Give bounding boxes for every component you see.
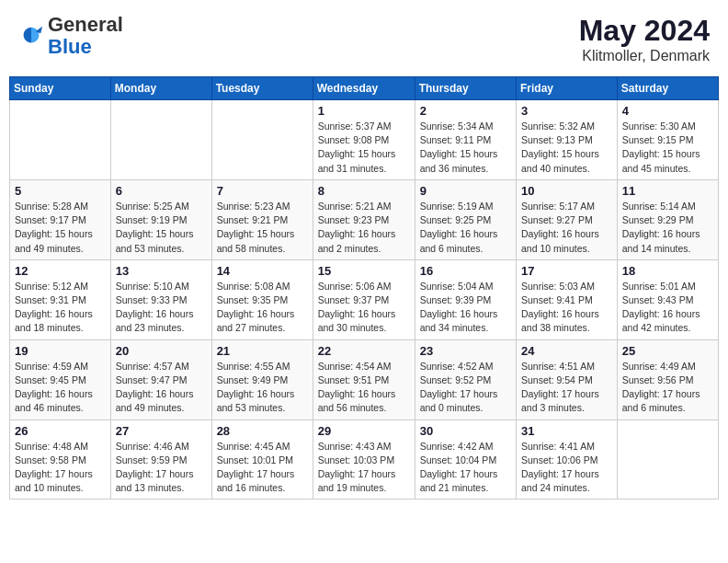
day-info: Sunrise: 5:34 AMSunset: 9:11 PMDaylight:… (420, 120, 511, 176)
day-number: 2 (420, 104, 511, 118)
calendar-table: SundayMondayTuesdayWednesdayThursdayFrid… (9, 76, 719, 500)
calendar-cell: 24Sunrise: 4:51 AMSunset: 9:54 PMDayligh… (517, 339, 618, 419)
day-number: 8 (318, 184, 410, 198)
day-info: Sunrise: 4:46 AMSunset: 9:59 PMDaylight:… (116, 440, 207, 496)
calendar-cell: 16Sunrise: 5:04 AMSunset: 9:39 PMDayligh… (415, 259, 516, 339)
calendar-cell: 4Sunrise: 5:30 AMSunset: 9:15 PMDaylight… (617, 100, 718, 180)
calendar-cell: 14Sunrise: 5:08 AMSunset: 9:35 PMDayligh… (211, 259, 313, 339)
day-number: 15 (318, 264, 410, 278)
calendar-cell: 9Sunrise: 5:19 AMSunset: 9:25 PMDaylight… (415, 179, 516, 259)
day-number: 19 (15, 344, 106, 358)
day-number: 25 (622, 344, 713, 358)
logo: General Blue (18, 14, 123, 58)
calendar-cell (10, 100, 111, 180)
day-info: Sunrise: 4:52 AMSunset: 9:52 PMDaylight:… (420, 360, 511, 416)
day-info: Sunrise: 5:30 AMSunset: 9:15 PMDaylight:… (622, 120, 713, 176)
day-info: Sunrise: 5:17 AMSunset: 9:27 PMDaylight:… (521, 200, 612, 256)
day-info: Sunrise: 4:42 AMSunset: 10:04 PMDaylight… (420, 440, 511, 496)
day-number: 21 (217, 344, 308, 358)
day-info: Sunrise: 5:32 AMSunset: 9:13 PMDaylight:… (521, 120, 612, 176)
day-info: Sunrise: 5:03 AMSunset: 9:41 PMDaylight:… (521, 280, 612, 336)
weekday-header-saturday: Saturday (617, 77, 718, 100)
day-info: Sunrise: 4:41 AMSunset: 10:06 PMDaylight… (521, 440, 612, 496)
day-info: Sunrise: 5:25 AMSunset: 9:19 PMDaylight:… (116, 200, 207, 256)
day-number: 29 (318, 424, 410, 438)
calendar-cell: 15Sunrise: 5:06 AMSunset: 9:37 PMDayligh… (313, 259, 415, 339)
day-number: 30 (420, 424, 511, 438)
weekday-header-friday: Friday (517, 77, 618, 100)
day-info: Sunrise: 5:23 AMSunset: 9:21 PMDaylight:… (217, 200, 308, 256)
day-number: 31 (521, 424, 612, 438)
weekday-row: SundayMondayTuesdayWednesdayThursdayFrid… (10, 77, 719, 100)
day-number: 9 (420, 184, 511, 198)
calendar-cell: 7Sunrise: 5:23 AMSunset: 9:21 PMDaylight… (211, 179, 313, 259)
day-info: Sunrise: 4:57 AMSunset: 9:47 PMDaylight:… (116, 360, 207, 416)
calendar-cell: 21Sunrise: 4:55 AMSunset: 9:49 PMDayligh… (211, 339, 313, 419)
day-number: 28 (217, 424, 308, 438)
day-info: Sunrise: 5:06 AMSunset: 9:37 PMDaylight:… (318, 280, 410, 336)
day-info: Sunrise: 5:10 AMSunset: 9:33 PMDaylight:… (116, 280, 207, 336)
day-info: Sunrise: 4:49 AMSunset: 9:56 PMDaylight:… (622, 360, 713, 416)
calendar-cell (617, 419, 718, 500)
calendar-cell: 20Sunrise: 4:57 AMSunset: 9:47 PMDayligh… (110, 339, 211, 419)
calendar-cell: 19Sunrise: 4:59 AMSunset: 9:45 PMDayligh… (10, 339, 111, 419)
week-row-1: 1Sunrise: 5:37 AMSunset: 9:08 PMDaylight… (10, 100, 719, 180)
day-info: Sunrise: 5:14 AMSunset: 9:29 PMDaylight:… (622, 200, 713, 256)
day-number: 4 (622, 104, 713, 118)
day-number: 17 (521, 264, 612, 278)
day-info: Sunrise: 4:45 AMSunset: 10:01 PMDaylight… (217, 440, 308, 496)
weekday-header-sunday: Sunday (10, 77, 111, 100)
calendar-cell: 26Sunrise: 4:48 AMSunset: 9:58 PMDayligh… (10, 419, 111, 500)
calendar-cell: 3Sunrise: 5:32 AMSunset: 9:13 PMDaylight… (517, 100, 618, 180)
calendar-cell: 12Sunrise: 5:12 AMSunset: 9:31 PMDayligh… (10, 259, 111, 339)
weekday-header-wednesday: Wednesday (313, 77, 415, 100)
day-number: 12 (15, 264, 106, 278)
day-number: 16 (420, 264, 511, 278)
weekday-header-tuesday: Tuesday (211, 77, 313, 100)
calendar-cell: 23Sunrise: 4:52 AMSunset: 9:52 PMDayligh… (415, 339, 516, 419)
title-block: May 2024 Klitmoller, Denmark (579, 14, 710, 64)
day-number: 13 (116, 264, 207, 278)
day-number: 18 (622, 264, 713, 278)
calendar-cell: 30Sunrise: 4:42 AMSunset: 10:04 PMDaylig… (415, 419, 516, 500)
day-info: Sunrise: 5:28 AMSunset: 9:17 PMDaylight:… (15, 200, 106, 256)
calendar-cell: 11Sunrise: 5:14 AMSunset: 9:29 PMDayligh… (617, 179, 718, 259)
calendar-cell: 28Sunrise: 4:45 AMSunset: 10:01 PMDaylig… (211, 419, 313, 500)
day-info: Sunrise: 5:19 AMSunset: 9:25 PMDaylight:… (420, 200, 511, 256)
calendar-header: SundayMondayTuesdayWednesdayThursdayFrid… (10, 77, 719, 100)
day-info: Sunrise: 5:21 AMSunset: 9:23 PMDaylight:… (318, 200, 410, 256)
calendar-cell: 2Sunrise: 5:34 AMSunset: 9:11 PMDaylight… (415, 100, 516, 180)
week-row-4: 19Sunrise: 4:59 AMSunset: 9:45 PMDayligh… (10, 339, 719, 419)
calendar-cell (110, 100, 211, 180)
day-number: 14 (217, 264, 308, 278)
day-number: 3 (521, 104, 612, 118)
day-number: 23 (420, 344, 511, 358)
day-info: Sunrise: 4:54 AMSunset: 9:51 PMDaylight:… (318, 360, 410, 416)
day-number: 7 (217, 184, 308, 198)
calendar-cell: 29Sunrise: 4:43 AMSunset: 10:03 PMDaylig… (313, 419, 415, 500)
day-info: Sunrise: 4:55 AMSunset: 9:49 PMDaylight:… (217, 360, 308, 416)
day-number: 11 (622, 184, 713, 198)
day-info: Sunrise: 5:08 AMSunset: 9:35 PMDaylight:… (217, 280, 308, 336)
calendar-cell (211, 100, 313, 180)
calendar-cell: 18Sunrise: 5:01 AMSunset: 9:43 PMDayligh… (617, 259, 718, 339)
calendar-cell: 31Sunrise: 4:41 AMSunset: 10:06 PMDaylig… (517, 419, 618, 500)
day-info: Sunrise: 4:43 AMSunset: 10:03 PMDaylight… (318, 440, 410, 496)
day-info: Sunrise: 4:48 AMSunset: 9:58 PMDaylight:… (15, 440, 106, 496)
logo-general-text: General (48, 13, 123, 36)
day-number: 5 (15, 184, 106, 198)
logo-blue-text: Blue (48, 35, 92, 58)
week-row-3: 12Sunrise: 5:12 AMSunset: 9:31 PMDayligh… (10, 259, 719, 339)
day-number: 22 (318, 344, 410, 358)
day-number: 6 (116, 184, 207, 198)
calendar-cell: 10Sunrise: 5:17 AMSunset: 9:27 PMDayligh… (517, 179, 618, 259)
day-info: Sunrise: 5:01 AMSunset: 9:43 PMDaylight:… (622, 280, 713, 336)
day-number: 10 (521, 184, 612, 198)
weekday-header-monday: Monday (110, 77, 211, 100)
calendar-cell: 13Sunrise: 5:10 AMSunset: 9:33 PMDayligh… (110, 259, 211, 339)
calendar-cell: 1Sunrise: 5:37 AMSunset: 9:08 PMDaylight… (313, 100, 415, 180)
calendar-body: 1Sunrise: 5:37 AMSunset: 9:08 PMDaylight… (10, 100, 719, 500)
calendar-cell: 22Sunrise: 4:54 AMSunset: 9:51 PMDayligh… (313, 339, 415, 419)
calendar-cell: 17Sunrise: 5:03 AMSunset: 9:41 PMDayligh… (517, 259, 618, 339)
calendar-cell: 5Sunrise: 5:28 AMSunset: 9:17 PMDaylight… (10, 179, 111, 259)
